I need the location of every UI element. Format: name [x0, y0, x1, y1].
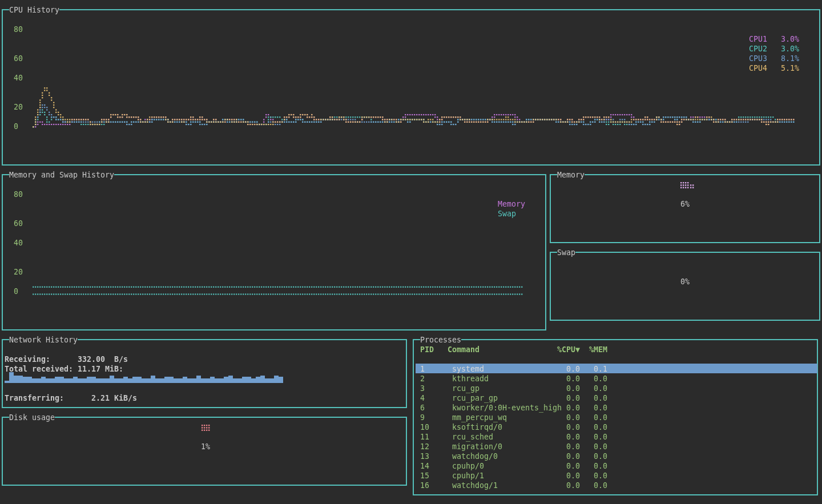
process-cpu: 0.0	[566, 481, 580, 490]
process-cpu: 0.0	[566, 422, 580, 432]
process-pid: 12	[420, 442, 429, 451]
memory-legend-label: Swap	[498, 209, 516, 219]
memory-y-label: 60	[14, 219, 23, 228]
memory-y-label: 40	[14, 238, 23, 248]
network-total-received-label: Total received:	[5, 364, 73, 374]
cpu-legend-label: CPU1	[749, 34, 767, 44]
process-command: watchdog/0	[452, 451, 498, 461]
process-command: rcu_sched	[452, 432, 493, 442]
memory-y-label: 80	[14, 189, 23, 199]
processes-header-cpu[interactable]: %CPU▼	[557, 345, 580, 354]
process-pid: 15	[420, 471, 429, 481]
process-mem: 0.0	[594, 471, 607, 481]
process-command: watchdog/1	[452, 481, 498, 490]
process-cpu: 0.0	[566, 384, 580, 393]
network-total-received-value: 11.17	[78, 364, 100, 374]
cpu-legend-value: 8.1%	[781, 54, 799, 63]
sort-descending-icon: ▼	[575, 345, 580, 354]
cpu-legend-label: CPU3	[749, 54, 767, 63]
process-command: rcu_gp	[452, 384, 480, 393]
process-cpu: 0.0	[566, 451, 580, 461]
memory-gauge-dots	[679, 179, 702, 191]
processes-header-mem[interactable]: %MEM	[589, 345, 607, 354]
process-command: mm_percpu_wq	[452, 413, 507, 422]
network-transferring-label: Transferring:	[5, 393, 64, 403]
process-pid: 11	[420, 432, 429, 442]
cpu-y-label: 20	[14, 102, 23, 112]
memory-y-label: 20	[14, 267, 23, 277]
disk-usage-percent: 1%	[201, 442, 210, 451]
memory-history-title: Memory and Swap History	[9, 170, 114, 180]
system-monitor-screen: CPU History 806040200 CPU13.0%CPU23.0%CP…	[0, 0, 822, 504]
cpu-legend-value: 3.0%	[781, 34, 799, 44]
process-cpu: 0.0	[566, 374, 580, 384]
memory-legend-label: Memory	[498, 199, 525, 209]
cpu-y-label: 0	[14, 122, 18, 131]
process-pid: 3	[420, 384, 425, 393]
process-cpu: 0.0	[566, 393, 580, 403]
process-mem: 0.1	[594, 364, 607, 374]
network-receiving-unit: B/s	[114, 354, 128, 364]
process-cpu: 0.0	[566, 413, 580, 422]
cpu-y-label: 60	[14, 54, 23, 63]
memory-gauge-title: Memory	[557, 170, 585, 180]
process-mem: 0.0	[594, 481, 607, 490]
disk-usage-dots	[200, 422, 217, 434]
process-pid: 6	[420, 403, 425, 413]
process-pid: 16	[420, 481, 429, 490]
process-mem: 0.0	[594, 384, 607, 393]
process-mem: 0.0	[594, 442, 607, 451]
network-receiving-value: 332.00	[78, 354, 105, 364]
process-command: cpuhp/1	[452, 471, 484, 481]
process-mem: 0.0	[594, 461, 607, 471]
memory-gauge-percent: 6%	[680, 199, 690, 209]
cpu-legend-label: CPU4	[749, 63, 767, 73]
process-mem: 0.0	[594, 422, 607, 432]
process-command: migration/0	[452, 442, 502, 451]
process-mem: 0.0	[594, 413, 607, 422]
process-cpu: 0.0	[566, 471, 580, 481]
cpu-history-title: CPU History	[9, 5, 59, 15]
process-cpu: 0.0	[566, 403, 580, 413]
cpu-legend-label: CPU2	[749, 44, 767, 54]
cpu-legend-value: 3.0%	[781, 44, 799, 54]
cpu-y-label: 80	[14, 25, 23, 34]
process-command: cpuhp/0	[452, 461, 484, 471]
disk-usage-title: Disk usage	[9, 413, 55, 422]
processes-header-pid[interactable]: PID	[420, 345, 434, 354]
process-pid: 13	[420, 451, 429, 461]
network-transferring-value: 2.21	[91, 393, 110, 403]
process-mem: 0.0	[594, 432, 607, 442]
network-receiving-label: Receiving:	[5, 354, 50, 364]
process-command: kthreadd	[452, 374, 489, 384]
network-total-received-unit: MiB:	[105, 364, 123, 374]
processes-title: Processes	[420, 335, 461, 345]
network-transferring-unit: KiB/s	[114, 393, 137, 403]
process-pid: 9	[420, 413, 425, 422]
process-mem: 0.0	[594, 374, 607, 384]
process-command: systemd	[452, 364, 484, 374]
process-command: rcu_par_gp	[452, 393, 498, 403]
process-command: kworker/0:0H-events_high	[452, 403, 562, 413]
process-cpu: 0.0	[566, 364, 580, 374]
cpu-legend-value: 5.1%	[781, 63, 799, 73]
swap-gauge-title: Swap	[557, 248, 575, 257]
memory-y-label: 0	[14, 287, 18, 296]
process-mem: 0.0	[594, 393, 607, 403]
process-mem: 0.0	[594, 403, 607, 413]
process-pid: 2	[420, 374, 425, 384]
memory-history-chart	[0, 0, 822, 504]
network-history-title: Network History	[9, 335, 78, 345]
process-pid: 14	[420, 461, 429, 471]
process-command: ksoftirqd/0	[452, 422, 502, 432]
process-cpu: 0.0	[566, 442, 580, 451]
process-mem: 0.0	[594, 451, 607, 461]
process-cpu: 0.0	[566, 461, 580, 471]
cpu-y-label: 40	[14, 73, 23, 83]
processes-header-command[interactable]: Command	[448, 345, 480, 354]
swap-gauge-percent: 0%	[680, 277, 690, 287]
process-pid: 10	[420, 422, 429, 432]
process-pid: 4	[420, 393, 425, 403]
process-cpu: 0.0	[566, 432, 580, 442]
process-pid: 1	[420, 364, 425, 374]
